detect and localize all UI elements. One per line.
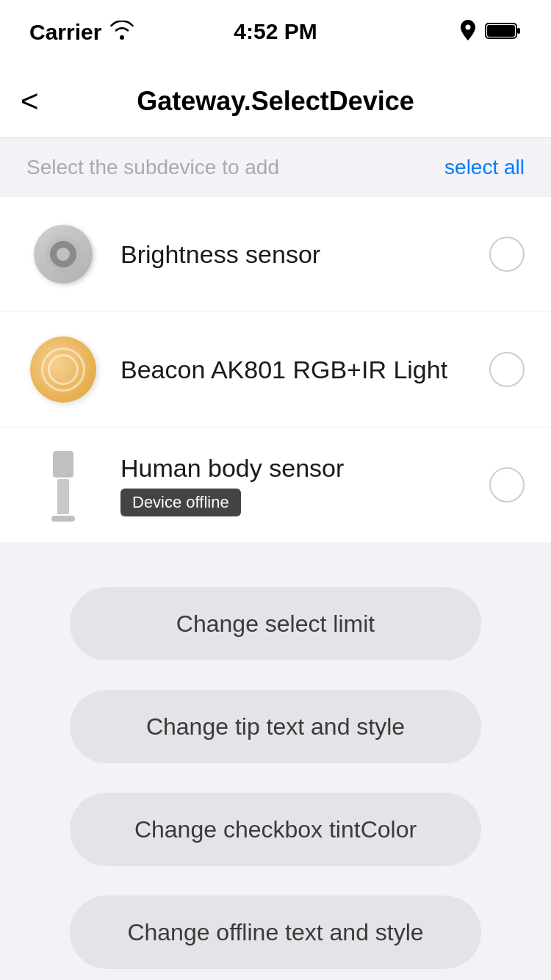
sensor-base	[51, 516, 75, 522]
device-info-beacon: Beacon AK801 RGB+IR Light	[100, 356, 489, 384]
change-select-limit-label: Change select limit	[176, 610, 375, 638]
change-tip-text-label: Change tip text and style	[146, 713, 405, 741]
change-checkbox-tint-button[interactable]: Change checkbox tintColor	[70, 793, 481, 866]
brightness-sensor-inner	[50, 241, 76, 267]
svg-rect-2	[487, 25, 515, 37]
sub-header-placeholder: Select the subdevice to add	[26, 156, 279, 179]
beacon-light-icon	[30, 336, 96, 403]
change-tip-text-button[interactable]: Change tip text and style	[70, 690, 481, 763]
device-icon-brightness	[26, 217, 100, 291]
device-item-human[interactable]: Human body sensor Device offline	[0, 428, 551, 543]
sub-header: Select the subdevice to add select all	[0, 138, 551, 197]
device-info-human: Human body sensor Device offline	[100, 454, 489, 516]
device-list: Brightness sensor Beacon AK801 RGB+IR Li…	[0, 197, 551, 543]
actions-area: Change select limit Change tip text and …	[0, 543, 551, 980]
radio-beacon[interactable]	[489, 352, 525, 387]
device-name-beacon: Beacon AK801 RGB+IR Light	[120, 356, 447, 383]
status-left: Carrier	[29, 20, 135, 45]
radio-brightness[interactable]	[489, 237, 525, 272]
location-icon	[460, 20, 476, 45]
change-checkbox-tint-label: Change checkbox tintColor	[134, 816, 417, 843]
back-button[interactable]: <	[21, 86, 39, 117]
device-icon-human	[26, 448, 100, 522]
wifi-icon	[109, 20, 135, 45]
svg-rect-1	[517, 28, 520, 34]
human-sensor-icon	[34, 448, 93, 522]
status-time: 4:52 PM	[234, 19, 317, 44]
select-all-button[interactable]: select all	[444, 156, 525, 179]
sensor-body	[57, 479, 69, 514]
device-item-beacon[interactable]: Beacon AK801 RGB+IR Light	[0, 312, 551, 428]
radio-human[interactable]	[489, 467, 525, 502]
device-name-brightness: Brightness sensor	[120, 240, 320, 268]
device-item-brightness[interactable]: Brightness sensor	[0, 197, 551, 312]
status-right	[460, 20, 522, 45]
nav-title: Gateway.SelectDevice	[137, 86, 414, 117]
status-bar: Carrier 4:52 PM	[0, 0, 551, 65]
change-offline-text-button[interactable]: Change offline text and style	[70, 896, 481, 969]
device-icon-beacon	[26, 333, 100, 406]
nav-bar: < Gateway.SelectDevice	[0, 65, 551, 138]
offline-badge: Device offline	[120, 489, 241, 516]
carrier-label: Carrier	[29, 20, 101, 45]
device-name-human: Human body sensor	[120, 454, 489, 483]
brightness-sensor-icon	[34, 225, 93, 284]
sensor-head	[53, 451, 73, 478]
change-select-limit-button[interactable]: Change select limit	[70, 587, 481, 660]
battery-icon	[485, 21, 522, 43]
device-info-brightness: Brightness sensor	[100, 240, 489, 269]
beacon-rings	[41, 347, 85, 392]
change-offline-text-label: Change offline text and style	[127, 919, 423, 946]
